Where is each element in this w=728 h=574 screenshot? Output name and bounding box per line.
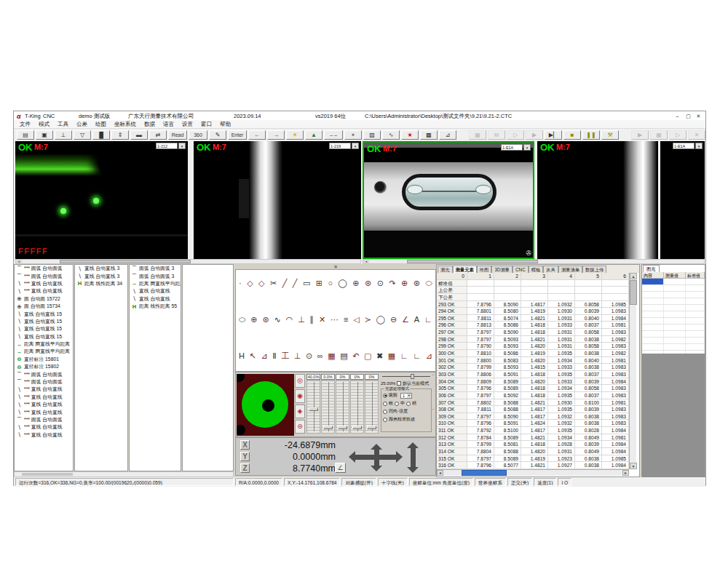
tab-2[interactable]: 测量元素 <box>453 266 477 273</box>
tab-6[interactable]: 模板 <box>529 266 544 273</box>
toolbox-tool-icon[interactable]: ╱ <box>282 279 288 288</box>
camera-group2-scrollbar[interactable]: ◄ <box>363 259 705 264</box>
lighting-preview[interactable] <box>237 374 294 436</box>
results-data-row[interactable]: 298 OK7.87978.50931.48211.09310.80381.09… <box>437 336 629 343</box>
graphic-element-row[interactable] <box>642 338 705 344</box>
toolbox-tool-icon[interactable]: ≻ <box>365 315 371 324</box>
element-list-item[interactable]: ⌒*** 圆弧 自动圆弧 <box>15 265 73 272</box>
coax-light-icon[interactable]: ◉ <box>295 389 305 403</box>
toolbox-tool-icon[interactable]: ◁ <box>353 315 359 324</box>
tab-9[interactable]: 数据上传 <box>582 266 606 273</box>
element-list-item[interactable]: H距离 线性距离 34 <box>75 280 127 287</box>
side-light-icon[interactable]: ◈ <box>295 404 305 418</box>
results-data-row[interactable]: 315 OK7.87978.50891.48191.09230.80381.09… <box>437 455 629 463</box>
element-list-item[interactable]: ⌒*** 圆弧 自动圆弧 <box>15 378 73 386</box>
tab-graphic-element[interactable]: 图元 <box>643 265 660 272</box>
scroll-up-icon[interactable]: ▲ <box>630 273 637 279</box>
results-data-row[interactable]: 303 OK7.88068.50911.48181.09350.80371.09… <box>437 371 629 378</box>
toolbox-splitter[interactable]: ▣ <box>235 264 436 269</box>
results-data-row[interactable]: 306 OK7.87978.50921.48181.09350.80371.09… <box>437 392 629 399</box>
element-list-item[interactable]: ⌒*** 圆弧 自动圆弧 <box>15 370 73 378</box>
xy-jog-arrows[interactable] <box>351 442 403 473</box>
toolbar-open-run-button[interactable]: ▷ <box>507 130 524 140</box>
graphic-element-row[interactable] <box>642 311 705 318</box>
graphic-element-row[interactable] <box>642 279 705 285</box>
toolbar-open-file-button[interactable]: ▣ <box>36 130 53 140</box>
toolbar-new-file-button[interactable]: ▤ <box>17 130 34 140</box>
results-data-row[interactable]: 295 OK7.88118.50741.48211.09310.80401.09… <box>437 315 629 322</box>
camera-view-3-selected[interactable]: OK M:7 1-E1A ▾ ✇ <box>363 141 534 259</box>
toolbox-tool-icon[interactable]: ⬭ <box>425 279 432 288</box>
results-data-row[interactable]: 302 OK7.87998.50931.48151.09330.80381.09… <box>437 364 629 371</box>
menu-item-5[interactable]: 绘图 <box>95 121 106 128</box>
minimize-button[interactable]: – <box>673 113 682 120</box>
toolbox-tool-icon[interactable]: ⊕ <box>401 279 408 288</box>
scroll-left-icon[interactable]: ◄ <box>16 260 22 263</box>
toolbar-block-button[interactable]: █ <box>92 130 110 140</box>
toolbox-tool-icon[interactable]: ✖ <box>376 351 383 361</box>
toolbar-stage-button[interactable]: ▬ <box>130 130 148 140</box>
toolbar-move-xy-button[interactable]: ⇄ <box>149 130 167 140</box>
slider-thumb[interactable] <box>352 426 362 429</box>
graphic-element-row[interactable] <box>642 318 705 324</box>
attach-level-dropdown[interactable]: 1 <box>400 393 412 399</box>
tab-5[interactable]: CNC <box>513 266 529 273</box>
toolbox-tool-icon[interactable]: ◠ <box>286 315 293 324</box>
toolbar-run-tool-button[interactable]: ⚒ <box>601 130 619 140</box>
lighting-scroll-arrows[interactable]: ⌃⌄ <box>431 374 435 436</box>
element-list-item[interactable]: ↔距离 两直线平均距离 <box>15 340 73 348</box>
element-list-item[interactable]: ⌒圆弧 自动圆弧 3 <box>130 272 181 279</box>
menu-item-6[interactable]: 坐标系统 <box>114 121 136 128</box>
element-list-item[interactable]: ⊖直径标注 15801 <box>15 356 73 363</box>
toolbox-tool-icon[interactable]: ∟ <box>424 315 432 324</box>
camera3-capture-icon[interactable]: ✇ <box>526 250 531 257</box>
scrollbar-thumb[interactable] <box>462 470 507 476</box>
toolbar-probe-button[interactable]: ▽ <box>74 130 91 140</box>
toolbox-tool-icon[interactable]: ◯ <box>376 315 385 324</box>
element-list-item[interactable]: ∖*** 直线 自动直线 <box>15 423 73 431</box>
toolbox-tool-icon[interactable]: ⊙ <box>377 279 384 288</box>
toolbox-tool-icon[interactable]: · <box>239 279 242 287</box>
results-data-row[interactable]: 310 OK7.87968.50911.48241.09320.80381.09… <box>437 420 629 427</box>
toolbox-tool-icon[interactable]: ⊙ <box>306 351 312 361</box>
mode-fine-radio[interactable] <box>406 402 411 406</box>
toolbox-tool-icon[interactable]: ✕ <box>319 315 325 324</box>
camera3-selector-dropdown-icon[interactable]: ▾ <box>523 144 531 151</box>
toolbar-play-disabled-button[interactable]: ▶ <box>526 130 543 140</box>
toolbar-coordinate-button[interactable]: ⟂ <box>55 130 72 140</box>
results-data-row[interactable]: 296 OK7.88138.50861.48181.09330.80371.09… <box>437 322 629 329</box>
toolbox-tool-icon[interactable]: ⊛ <box>365 279 371 288</box>
element-list-item[interactable]: ∖直线 自动直线 15 <box>15 310 73 317</box>
toolbox-tool-icon[interactable]: ▤ <box>340 351 347 361</box>
mode-coarse-radio[interactable] <box>383 402 387 406</box>
toolbar-save2-button[interactable]: ▦ <box>650 130 668 140</box>
menu-item-11[interactable]: 帮助 <box>220 121 231 128</box>
toolbar-calibrate-button[interactable]: ▩ <box>420 130 438 140</box>
toolbox-tool-icon[interactable]: H <box>239 351 245 360</box>
tab-3[interactable]: 绘图 <box>477 266 492 273</box>
element-list-item[interactable]: ⌒*** 圆弧 自动圆弧 <box>15 416 73 423</box>
camera2-selector-dropdown-icon[interactable]: ▾ <box>352 143 359 149</box>
tab-7[interactable]: 夹具 <box>543 266 558 273</box>
maximize-button[interactable]: ▢ <box>684 113 693 120</box>
results-data-row[interactable]: 304 OK7.88098.50891.48201.09330.80391.09… <box>437 378 629 386</box>
toolbar-cancel-button[interactable]: ✕ <box>688 130 705 140</box>
toolbar-enter-button[interactable]: Enter <box>228 130 247 140</box>
toolbox-tool-icon[interactable]: ⊛ <box>262 315 269 324</box>
toolbox-tool-icon[interactable]: ⊛ <box>414 279 420 288</box>
toolbar-arrow-right-button[interactable]: → <box>267 130 285 140</box>
toolbar-move-z-button[interactable]: ⇕ <box>111 130 129 140</box>
mode-medium-radio[interactable] <box>395 402 399 406</box>
close-button[interactable]: ✕ <box>694 113 703 120</box>
results-data-row[interactable]: 311 OK7.87928.51001.48171.09350.80281.09… <box>437 427 629 434</box>
toolbar-grid-button[interactable]: ▨ <box>363 130 381 140</box>
toolbar-curve-button[interactable]: ∿ <box>382 130 400 140</box>
toolbox-tool-icon[interactable]: ↷ <box>389 279 395 288</box>
menu-item-1[interactable]: 文件 <box>20 121 31 128</box>
toolbar-play2-button[interactable]: ▶ <box>631 130 649 140</box>
results-data-row[interactable]: 297 OK7.87978.50901.48181.09310.80581.09… <box>437 329 629 336</box>
toolbox-tool-icon[interactable]: ⊥ <box>294 351 301 361</box>
toolbox-tool-icon[interactable]: ⊿ <box>261 351 267 361</box>
toolbar-save-run-button[interactable]: ▦ <box>469 130 486 140</box>
toolbox-tool-icon[interactable]: ⊿ <box>426 351 432 361</box>
